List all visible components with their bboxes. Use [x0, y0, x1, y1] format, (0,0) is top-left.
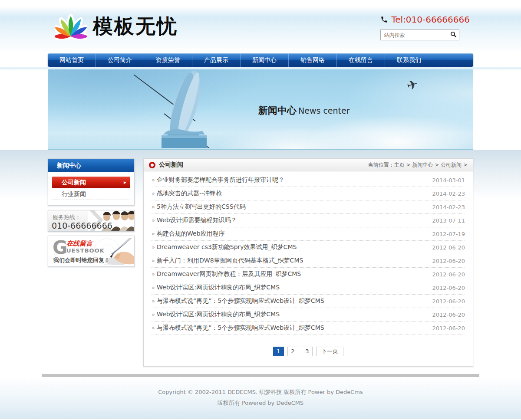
logo-peacock-icon [55, 11, 87, 42]
news-link[interactable]: 与瀑布模式说“再见”：5个步骤实现响应式Web设计_织梦CMS [152, 324, 324, 332]
news-date: 2012-06-20 [427, 271, 465, 278]
news-date: 2012-06-20 [427, 258, 465, 264]
section-title: 公司新闻 [159, 161, 183, 169]
news-row: Dreamweaver cs3新功能Spry效果试用_织梦CMS 2012-06… [152, 241, 465, 254]
guestbook-desc: 我们会即时给您回复！ [53, 256, 110, 264]
nav-item[interactable]: 网站首页 [48, 53, 96, 67]
news-link[interactable]: 构建合规的Web应用程序 [152, 230, 225, 238]
sidebar-menu-item[interactable]: 行业新闻 [52, 188, 130, 200]
site-logo[interactable]: 模板无忧 [55, 11, 178, 42]
footer-divider [42, 374, 479, 377]
news-row: 构建合规的Web应用程序 2012-07-19 [152, 227, 465, 241]
tel-number: Tel:010-66666666 [391, 14, 470, 25]
guestbook-g: G [53, 239, 67, 257]
news-date: 2014-02-23 [427, 204, 465, 210]
news-row: 与瀑布模式说“再见”：5个步骤实现响应式Web设计_织梦CMS 2012-06-… [152, 322, 465, 335]
breadcrumb[interactable]: 当前位置：主页 > 新闻中心 > 公司新闻 > [368, 161, 468, 169]
news-row: 与瀑布模式说“再见”：5个步骤实现响应式Web设计_织梦CMS 2012-06-… [152, 295, 465, 308]
main-content: 公司新闻 当前位置：主页 > 新闻中心 > 公司新闻 > 企业财务部要怎样配合事… [143, 158, 473, 367]
nav-item[interactable]: 资质荣誉 [144, 53, 192, 67]
news-date: 2012-07-19 [427, 231, 465, 237]
page: 模板无忧 Tel:010-66666666 [0, 0, 521, 420]
news-link[interactable]: 企业财务部要怎样配合事务所进行年报审计呢？ [152, 176, 284, 184]
content-header: 公司新闻 当前位置：主页 > 新闻中心 > 公司新闻 > [144, 159, 473, 171]
news-link[interactable]: Web设计误区:网页设计精良的布局_织梦CMS [152, 311, 280, 318]
ring-bullet-icon [149, 162, 155, 168]
news-row: 战地突击的武器--冲锋枪 2014-02-23 [152, 187, 465, 200]
news-link[interactable]: 战地突击的武器--冲锋枪 [152, 190, 222, 197]
page-number-button[interactable]: 1 [273, 347, 284, 356]
hotline-box: 服务热线： 010-66666666 [48, 210, 135, 232]
news-link[interactable]: Dreamweaver cs3新功能Spry效果试用_织梦CMS [152, 243, 297, 251]
news-row: Web设计误区:网页设计精良的布局_织梦CMS 2012-06-20 [152, 281, 465, 295]
guestbook-title-cn: 在线留言 [66, 240, 92, 248]
page-number-button[interactable]: 3 [302, 347, 313, 356]
footer: Copyright © 2002-2011 DEDECMS. 织梦科技 版权所有… [0, 377, 521, 419]
sidebar-menu: 新闻中心 公司新闻行业新闻 [48, 158, 135, 206]
news-link[interactable]: 5种方法立刻写出更好的CSS代码 [152, 203, 246, 211]
banner-title-en: News center [298, 106, 350, 115]
sidebar-menu-item[interactable]: 公司新闻 [52, 177, 130, 188]
nav-item[interactable]: 联系我们 [385, 53, 433, 67]
news-date: 2012-06-20 [427, 285, 465, 291]
news-link[interactable]: 新手入门：利用DW8掌握网页代码基本格式_织梦CMS [152, 257, 303, 265]
nav-item[interactable]: 新闻中心 [240, 53, 288, 67]
pagination: 123 下一页 [144, 335, 473, 366]
sidebar-menu-title: 新闻中心 [48, 159, 134, 172]
news-row: Web设计误区:网页设计精良的布局_织梦CMS 2012-06-20 [152, 308, 465, 322]
nav-item[interactable]: 公司简介 [96, 53, 144, 67]
guestbook-banner[interactable]: G 在线留言 UESTBOOK 我们会即时给您回复！ [48, 236, 135, 267]
airplane-icon: ✈ [405, 76, 420, 94]
header: 模板无忧 Tel:010-66666666 [0, 0, 521, 53]
news-row: 5种方法立刻写出更好的CSS代码 2014-02-23 [152, 200, 465, 214]
guestbook-title-en: UESTBOOK [66, 247, 105, 254]
news-date: 2014-02-23 [427, 190, 465, 197]
sidebar: 新闻中心 公司新闻行业新闻 [48, 158, 135, 267]
banner: ✈ 新闻中心 News center [48, 69, 473, 150]
search-box [380, 30, 459, 40]
news-link[interactable]: Web设计师需要编程知识吗？ [152, 217, 237, 224]
footer-powered-by: 版权所有 Powered by DedeCMS [0, 397, 521, 408]
news-link[interactable]: Dreamweaver网页制作教程：层及其应用_织梦CMS [152, 270, 301, 278]
nav-item[interactable]: 销售网络 [288, 53, 336, 67]
news-row: Web设计师需要编程知识吗？ 2013-07-11 [152, 214, 465, 227]
news-date: 2012-06-20 [427, 312, 465, 318]
nav-item[interactable]: 在线留言 [336, 53, 385, 67]
news-date: 2013-07-11 [427, 217, 465, 224]
news-date: 2012-06-20 [427, 244, 465, 251]
magnifier-icon [450, 31, 457, 39]
news-date: 2014-03-01 [427, 177, 465, 184]
tel-line: Tel:010-66666666 [380, 14, 470, 25]
logo-text: 模板无忧 [93, 13, 178, 40]
news-date: 2012-06-20 [427, 298, 465, 305]
footer-copyright: Copyright © 2002-2011 DEDECMS. 织梦科技 版权所有… [0, 387, 521, 397]
hotline-number: 010-66666666 [52, 221, 112, 230]
news-row: 新手入门：利用DW8掌握网页代码基本格式_织梦CMS 2012-06-20 [152, 254, 465, 268]
news-row: Dreamweaver网页制作教程：层及其应用_织梦CMS 2012-06-20 [152, 268, 465, 281]
banner-title-cn: 新闻中心 [258, 104, 297, 117]
news-link[interactable]: 与瀑布模式说“再见”：5个步骤实现响应式Web设计_织梦CMS [152, 297, 324, 305]
search-button[interactable] [448, 30, 459, 40]
statue-monument-image [113, 69, 243, 150]
news-link[interactable]: Web设计误区:网页设计精良的布局_织梦CMS [152, 284, 280, 292]
page-number-button[interactable]: 2 [287, 347, 298, 356]
main-nav: 网站首页公司简介资质荣誉产品展示新闻中心销售网络在线留言联系我们 [48, 53, 473, 67]
search-input[interactable] [381, 32, 448, 38]
hotline-label: 服务热线： [53, 213, 81, 221]
news-date: 2012-06-20 [427, 325, 465, 331]
news-list: 企业财务部要怎样配合事务所进行年报审计呢？ 2014-03-01 战地突击的武器… [144, 171, 473, 335]
phone-icon [380, 16, 388, 23]
next-page-button[interactable]: 下一页 [316, 347, 343, 356]
nav-item[interactable]: 产品展示 [192, 53, 240, 67]
news-row: 企业财务部要怎样配合事务所进行年报审计呢？ 2014-03-01 [152, 174, 465, 187]
